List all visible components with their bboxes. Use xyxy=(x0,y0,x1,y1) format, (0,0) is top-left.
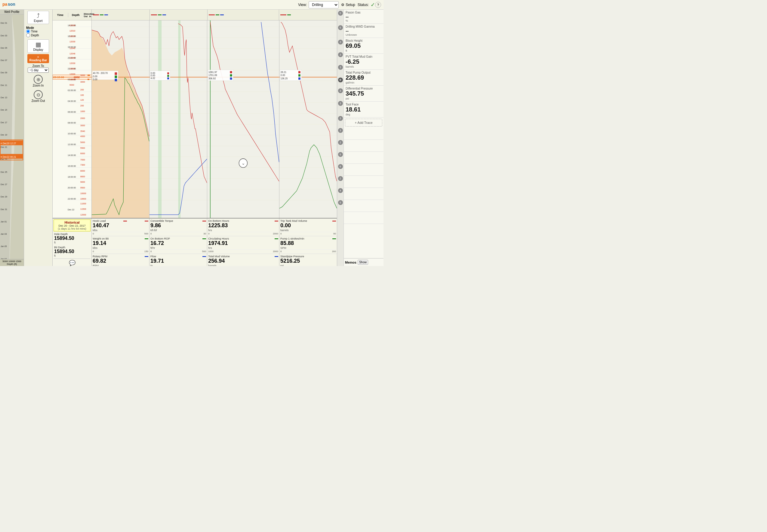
feedback-button[interactable]: 💬 Feedback xyxy=(54,258,90,266)
svg-text:0.00: 0.00 xyxy=(93,78,97,81)
well-profile-panel: Well Profile Dec 01 Dec 03 Dec 05 Dec 07… xyxy=(0,10,24,266)
svg-text:28.21: 28.21 xyxy=(281,71,287,73)
hook-load-unit: klbs xyxy=(93,229,148,232)
charts-body: 14:00:00 16:00:00 18:00:00 20:00:00 22:0… xyxy=(53,20,337,218)
track4-triptank: 28.21 0.00 136.25 xyxy=(279,20,337,218)
svg-text:8600: 8600 xyxy=(80,175,85,178)
zoom-out-button[interactable]: ⊖ Zoom Out xyxy=(31,89,46,103)
svg-text:3540: 3540 xyxy=(80,130,85,133)
svg-text:12030: 12030 xyxy=(69,62,75,65)
hook-load-scale-max: 500 xyxy=(144,232,148,235)
svg-text:7300: 7300 xyxy=(80,164,85,166)
svg-text:10:00:00: 10:00:00 xyxy=(68,132,76,135)
zoom-in-button[interactable]: ⊕ Zoom In xyxy=(32,74,45,88)
status-check-icon: ✓ xyxy=(370,2,375,8)
svg-rect-126 xyxy=(115,75,117,78)
svg-text:≡ Dec22 00:21: ≡ Dec22 00:21 xyxy=(1,155,16,158)
circ-hours-display: Circulating Hours 1974.91 hrs 1000 2000 xyxy=(207,236,279,254)
reading-bar-button[interactable]: ≡ Reading Bar xyxy=(27,54,49,63)
svg-text:Dec 11: Dec 11 xyxy=(1,84,7,87)
well-profile-chart: Dec 01 Dec 03 Dec 05 Dec 07 Dec 09 Dec 1… xyxy=(0,14,24,266)
track1-hookload: 40.78 - 203.70 0.00 0.00 xyxy=(92,20,149,218)
right-item-diff-pressure: Differential Pressure 345.75 psi xyxy=(344,86,384,102)
right-item-pason-gas: Pason Gas -- % xyxy=(344,10,384,24)
hook-load-value: 140.47 xyxy=(93,222,148,229)
svg-rect-207 xyxy=(298,78,300,80)
hook-load-display: Hook Load 140.47 klbs 0 500 xyxy=(92,219,149,236)
badge-extra2: 3 xyxy=(338,128,343,133)
svg-text:136.25: 136.25 xyxy=(281,77,288,80)
right-items-list: Pason Gas -- % Drilling MWD Gamma -- Unk… xyxy=(344,10,384,266)
help-button[interactable]: ? xyxy=(375,2,381,8)
memos-section: Memos Show xyxy=(344,258,384,266)
rop-unit: ft/hr xyxy=(150,246,206,249)
badge-block-height: 3 xyxy=(338,40,343,44)
right-item-extra8 xyxy=(344,212,384,224)
display-button[interactable]: ▦ Display xyxy=(27,39,49,53)
onbottom-hours-value: 1225.83 xyxy=(208,222,278,229)
historical-column: Historical Dec 20 - Dec 22, 2017 (1 days… xyxy=(53,219,92,266)
header: pa son View: Drilling Completion Trippin… xyxy=(0,0,384,10)
right-item-extra3 xyxy=(344,152,384,164)
track3-svg: 1091.97 1701.09 306.92 ⌄ xyxy=(207,20,279,218)
display-icon: ▦ xyxy=(35,41,41,48)
standpipe-unit: psi xyxy=(280,264,336,266)
mode-depth-option[interactable]: Depth xyxy=(26,33,50,37)
zoom-to-section: Zoom To ~1 day ~12 hrs ~6 hrs xyxy=(25,64,51,73)
zoom-out-icon: ⊖ xyxy=(34,90,43,99)
svg-text:Dec 17: Dec 17 xyxy=(1,121,7,124)
track3-hours: 1091.97 1701.09 306.92 ⌄ xyxy=(207,20,279,218)
svg-text:Jan 01: Jan 01 xyxy=(1,220,7,223)
track1-header xyxy=(92,10,150,20)
svg-text:06:00:00: 06:00:00 xyxy=(68,111,76,113)
badge-diff-pressure: 3 xyxy=(338,88,343,93)
svg-text:8000: 8000 xyxy=(80,170,85,172)
block-height-unit: ft xyxy=(345,49,382,52)
standpipe-label: Standpipe Pressure xyxy=(280,255,304,258)
depth-column-header: Depth xyxy=(68,13,84,17)
pvt-label: PVT Total Mud Gain xyxy=(345,55,382,58)
svg-text:⌄: ⌄ xyxy=(242,161,245,166)
svg-text:14:00:00: 14:00:00 xyxy=(68,154,76,157)
svg-text:12046: 12046 xyxy=(69,52,75,55)
torque-value: 9.86 xyxy=(150,222,206,229)
hole-depth-unit: ft xyxy=(54,241,90,244)
track2-header xyxy=(150,10,208,20)
svg-rect-180 xyxy=(230,78,232,80)
svg-text:12020: 12020 xyxy=(69,35,75,38)
view-select[interactable]: Drilling Completion Tripping xyxy=(308,1,339,8)
trip-tank-display: Trip Tank Mud Volume 0.00 barrels 0 90 xyxy=(279,219,337,236)
track2-torque: 0.00 0.00 4.02 xyxy=(149,20,207,218)
pvt-unit: barrels xyxy=(345,65,382,68)
badge-plus[interactable]: + xyxy=(338,78,343,82)
right-panel: 5 5 3 3 3 + 3 3 3 xyxy=(337,10,384,266)
svg-text:Dec 07: Dec 07 xyxy=(1,59,7,62)
svg-text:pa: pa xyxy=(2,2,8,7)
svg-text:10600: 10600 xyxy=(80,197,86,200)
svg-rect-105 xyxy=(87,79,89,80)
export-button[interactable]: ⤴ Export xyxy=(27,11,49,24)
badge-extra4: 5 xyxy=(338,152,343,157)
total-mud-unit: barrels xyxy=(208,264,278,266)
zoom-to-select[interactable]: ~1 day ~12 hrs ~6 hrs xyxy=(28,68,49,73)
mode-time-option[interactable]: Time xyxy=(26,29,50,33)
svg-text:2000: 2000 xyxy=(80,117,85,120)
trip-tank-label: Trip Tank Mud Volume xyxy=(280,219,307,222)
right-item-block-height: Block Height 69.05 ft xyxy=(344,38,384,54)
svg-text:3000: 3000 xyxy=(80,74,85,77)
rpm-unit: RPM xyxy=(93,264,148,266)
add-trace-button[interactable]: + Add Trace xyxy=(345,119,382,127)
rpm-label: Rotary RPM xyxy=(93,255,107,258)
memos-show-button[interactable]: Show xyxy=(357,260,368,265)
svg-rect-154 xyxy=(167,78,169,79)
svg-text:Dec 15: Dec 15 xyxy=(1,109,7,112)
svg-text:20:00:00: 20:00:00 xyxy=(68,186,76,189)
badge-extra6: 2 xyxy=(338,176,343,181)
svg-text:Dec 09: Dec 09 xyxy=(1,71,7,74)
badge-extra5: 6 xyxy=(338,164,343,169)
pump-output-value: 228.69 xyxy=(345,74,382,81)
track4-header xyxy=(279,10,337,20)
hook-load-label: Hook Load xyxy=(93,219,106,222)
svg-text:12010: 12010 xyxy=(69,29,75,32)
setup-button[interactable]: ⚙ Setup xyxy=(341,3,355,7)
